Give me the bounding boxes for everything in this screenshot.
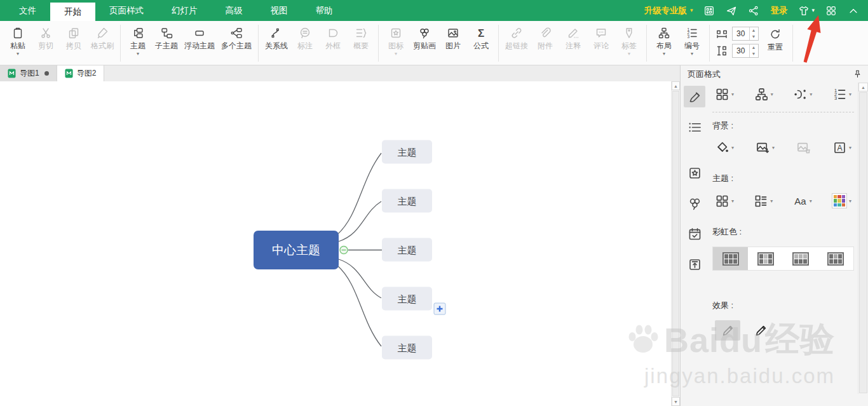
picture-button[interactable]: 图片 xyxy=(439,23,467,51)
reset-button[interactable]: 重置 xyxy=(761,23,789,52)
comment-button[interactable]: 评论 xyxy=(587,23,615,51)
skin-button[interactable]: ▾ xyxy=(798,5,815,17)
theme-gallery-dropdown[interactable]: ▾ xyxy=(715,194,734,208)
horizontal-spacing-spinner[interactable]: ▲▼ xyxy=(749,27,757,40)
clipart-button[interactable]: 剪贴画 xyxy=(410,23,439,51)
menu-tab-home[interactable]: 开始 xyxy=(50,3,95,21)
effect-none-button[interactable] xyxy=(715,320,740,341)
background-image-dropdown[interactable]: ▾ xyxy=(756,140,775,155)
branch-style-dropdown[interactable]: ▾ xyxy=(793,87,812,102)
canvas-vertical-scrollbar[interactable]: ▲ ▼ xyxy=(671,81,680,406)
copy-button[interactable]: 拷贝 xyxy=(60,23,88,51)
hyperlink-button[interactable]: 超链接 xyxy=(502,23,531,51)
mini-program-icon[interactable] xyxy=(703,5,715,17)
numbering-dropdown[interactable]: ▾ xyxy=(832,87,851,102)
collapse-handle[interactable] xyxy=(340,247,348,254)
structure-dropdown[interactable]: ▾ xyxy=(754,87,773,102)
chevron-down-icon: ▾ xyxy=(849,145,851,151)
summary-button[interactable]: 概要 xyxy=(347,23,375,51)
ribbon-toolbar: 粘贴▾ 剪切 拷贝 格式刷 主题▾ 子主题 浮动主题 多个主题 关系线 标注 外… xyxy=(0,21,868,65)
topic-node-3[interactable]: 主题 xyxy=(382,238,432,262)
paste-icon xyxy=(11,27,24,39)
send-icon[interactable] xyxy=(726,5,737,17)
cut-button[interactable]: 剪切 xyxy=(32,23,60,51)
topic-node-1[interactable]: 主题 xyxy=(382,140,432,164)
horizontal-spacing-input[interactable] xyxy=(733,27,749,40)
scroll-up-icon[interactable]: ▲ xyxy=(672,81,680,90)
menu-tab-slides[interactable]: 幻灯片 xyxy=(158,0,212,21)
spinner-down-icon[interactable]: ▼ xyxy=(752,34,756,40)
horizontal-spacing-icon xyxy=(715,27,728,40)
strip-task-button[interactable] xyxy=(684,223,705,245)
spinner-up-icon[interactable]: ▲ xyxy=(752,44,756,51)
upgrade-pro-button[interactable]: 升级专业版 ▾ xyxy=(644,5,693,17)
numbering-button[interactable]: 编号▾ xyxy=(678,23,706,57)
note-button[interactable]: 注释 xyxy=(559,23,587,51)
menu-tab-page-style[interactable]: 页面样式 xyxy=(95,0,158,21)
floating-topic-button[interactable]: 浮动主题 xyxy=(181,23,218,51)
collapse-ribbon-icon[interactable] xyxy=(848,5,859,17)
relationship-button[interactable]: 关系线 xyxy=(262,23,291,51)
theme-color-dropdown[interactable]: ▾ xyxy=(832,193,851,208)
rainbow-option-4[interactable] xyxy=(818,247,853,270)
formula-button[interactable]: Σ 公式 xyxy=(467,23,495,51)
boundary-button[interactable]: 外框 xyxy=(319,23,347,51)
topic-node-2[interactable]: 主题 xyxy=(382,189,432,213)
rainbow-option-1[interactable] xyxy=(713,247,748,270)
panel-vertical-scrollbar[interactable]: ▲ xyxy=(858,83,868,394)
topic-node-5[interactable]: 主题 xyxy=(382,336,432,360)
menu-tab-view[interactable]: 视图 xyxy=(257,0,302,21)
font-aa-icon xyxy=(793,194,808,208)
upgrade-pro-label: 升级专业版 xyxy=(644,5,687,17)
rainbow-option-2[interactable] xyxy=(748,247,783,270)
theme-font-dropdown[interactable]: ▾ xyxy=(793,194,812,208)
scroll-down-icon[interactable]: ▼ xyxy=(672,397,680,406)
menu-tab-file[interactable]: 文件 xyxy=(5,0,50,21)
topic-node-4[interactable]: 主题 xyxy=(382,287,432,311)
menu-tab-advanced[interactable]: 高级 xyxy=(212,0,257,21)
callout-button[interactable]: 标注 xyxy=(291,23,319,51)
rainbow-option-3[interactable] xyxy=(783,247,818,270)
icon-button[interactable]: 图标▾ xyxy=(382,23,410,57)
tag-button[interactable]: 标签▾ xyxy=(615,23,643,57)
numbered-list-icon xyxy=(832,87,847,102)
layout-button[interactable]: 布局▾ xyxy=(650,23,678,57)
multiple-topics-button[interactable]: 多个主题 xyxy=(218,23,255,51)
scroll-up-icon[interactable]: ▲ xyxy=(858,83,868,91)
pin-icon[interactable] xyxy=(853,69,862,79)
spinner-down-icon[interactable]: ▼ xyxy=(752,51,756,57)
central-topic-node[interactable]: 中心主题 xyxy=(254,231,339,269)
format-painter-button[interactable]: 格式刷 xyxy=(88,23,117,51)
strip-clipart-button[interactable] xyxy=(684,193,705,214)
strip-icon-button[interactable] xyxy=(684,162,705,184)
spinner-up-icon[interactable]: ▲ xyxy=(752,27,756,34)
mindmap-canvas[interactable]: 中心主题 主题 主题 主题 主题 主题 xyxy=(0,81,671,406)
strip-format-button[interactable] xyxy=(684,86,705,107)
attachment-button[interactable]: 附件 xyxy=(531,23,559,51)
apps-grid-icon[interactable] xyxy=(825,5,837,17)
paste-button[interactable]: 粘贴▾ xyxy=(4,23,32,57)
watermark-dropdown[interactable]: ▾ xyxy=(832,140,851,155)
rainbow-grid-icon xyxy=(757,252,774,266)
chevron-down-icon: ▾ xyxy=(731,198,734,204)
theme-layout-dropdown[interactable]: ▾ xyxy=(754,194,773,208)
subtopic-button[interactable]: 子主题 xyxy=(152,23,181,51)
add-topic-plus-button[interactable] xyxy=(434,303,445,315)
scrollbar-thumb[interactable] xyxy=(859,92,867,393)
theme-style-dropdown[interactable]: ▾ xyxy=(715,87,734,102)
scrollbar-thumb[interactable] xyxy=(672,91,679,396)
doc-tab-map2[interactable]: 导图2 xyxy=(57,65,105,81)
effect-sketch-button[interactable] xyxy=(748,320,773,341)
vertical-spacing-spinner[interactable]: ▲▼ xyxy=(749,44,757,57)
login-button[interactable]: 登录 xyxy=(770,5,787,17)
topic-button[interactable]: 主题▾ xyxy=(124,23,152,57)
menu-tab-help[interactable]: 帮助 xyxy=(302,0,347,21)
vertical-spacing-input[interactable] xyxy=(733,44,749,57)
doc-tab-map1[interactable]: 导图1 xyxy=(0,65,57,81)
strip-outline-button[interactable] xyxy=(684,116,705,138)
background-fill-dropdown[interactable]: ▾ xyxy=(715,140,734,155)
strip-export-button[interactable] xyxy=(684,254,705,275)
format-brush-icon xyxy=(688,90,702,104)
background-image-delete-button[interactable] xyxy=(796,140,811,155)
share-icon[interactable] xyxy=(748,5,759,17)
